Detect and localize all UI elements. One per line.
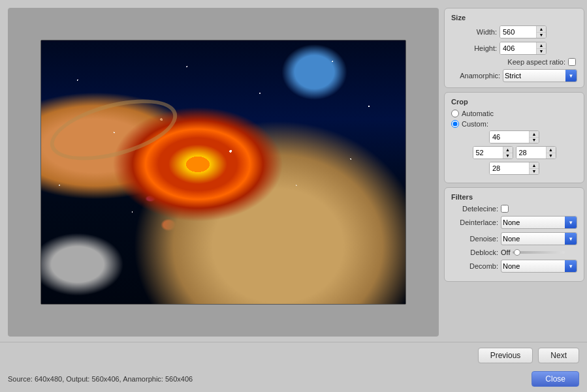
denoise-select[interactable]: None Weak Medium Strong — [501, 233, 565, 245]
crop-left-input[interactable] — [473, 147, 503, 158]
deinterlace-select-wrapper[interactable]: None Fast Slow Slower Bob ▼ — [501, 216, 577, 229]
image-panel — [8, 8, 439, 337]
deinterlace-row: Deinterlace: None Fast Slow Slower Bob ▼ — [451, 216, 577, 229]
crop-right-down-button[interactable]: ▼ — [547, 153, 556, 159]
crop-right-input-group[interactable]: ▲ ▼ — [516, 146, 556, 159]
anamorphic-select-arrow: ▼ — [565, 70, 577, 82]
aspect-label: Keep aspect ratio: — [507, 58, 565, 66]
anamorphic-select-wrapper[interactable]: Strict Loose Custom None ▼ — [503, 69, 577, 82]
filters-title: Filters — [451, 193, 577, 201]
height-label: Height: — [451, 44, 497, 52]
image-frame — [40, 40, 406, 305]
size-title: Size — [451, 14, 577, 22]
denoise-row: Denoise: None Weak Medium Strong ▼ — [451, 232, 577, 245]
crop-left-input-group[interactable]: ▲ ▼ — [473, 146, 513, 159]
deblock-off-label: Off — [501, 249, 510, 256]
close-button[interactable]: Close — [531, 371, 579, 387]
crop-bottom-row: ▲ ▼ — [451, 162, 577, 175]
height-row: Height: ▲ ▼ — [451, 42, 577, 55]
crop-bottom-input-group[interactable]: ▲ ▼ — [489, 162, 539, 175]
custom-radio-row: Custom: — [451, 120, 577, 128]
decomb-select-wrapper[interactable]: None Default Fast Bob ▼ — [501, 260, 577, 273]
crop-top-up-button[interactable]: ▲ — [530, 131, 539, 138]
denoise-select-wrapper[interactable]: None Weak Medium Strong ▼ — [501, 232, 577, 245]
size-section: Size Width: ▲ ▼ Height: — [444, 8, 584, 88]
crop-bottom-up-button[interactable]: ▲ — [530, 162, 539, 169]
detelecine-row: Detelecine: — [451, 205, 577, 213]
next-button[interactable]: Next — [538, 348, 579, 363]
preview-image — [41, 40, 405, 304]
nav-row: Previous Next — [0, 342, 587, 369]
crop-top-input[interactable] — [490, 131, 529, 143]
crop-bottom-spinners: ▲ ▼ — [529, 162, 539, 174]
crop-top-row: ▲ ▼ — [451, 130, 577, 143]
crop-left-down-button[interactable]: ▼ — [503, 153, 513, 159]
deinterlace-label: Deinterlace: — [451, 219, 498, 226]
decomb-arrow: ▼ — [565, 260, 577, 272]
content-row: Size Width: ▲ ▼ Height: — [0, 0, 587, 337]
height-spinners: ▲ ▼ — [536, 42, 546, 54]
width-input-group[interactable]: ▲ ▼ — [500, 25, 547, 38]
anamorphic-label: Anamorphic: — [451, 72, 500, 80]
automatic-label: Automatic — [462, 110, 494, 117]
height-down-button[interactable]: ▼ — [537, 49, 546, 55]
width-down-button[interactable]: ▼ — [537, 33, 546, 38]
height-input-group[interactable]: ▲ ▼ — [500, 42, 547, 55]
width-input[interactable] — [500, 26, 536, 38]
deinterlace-arrow: ▼ — [565, 217, 577, 228]
deblock-slider-group: Off — [501, 249, 565, 256]
crop-top-spinners: ▲ ▼ — [529, 131, 539, 143]
crop-bottom-down-button[interactable]: ▼ — [530, 169, 539, 175]
crop-bottom-input[interactable] — [490, 162, 529, 174]
anamorphic-row: Anamorphic: Strict Loose Custom None ▼ — [451, 69, 577, 82]
deblock-slider-thumb[interactable] — [514, 249, 520, 256]
denoise-label: Denoise: — [451, 235, 498, 243]
denoise-arrow: ▼ — [565, 233, 577, 245]
deblock-slider-track[interactable] — [513, 251, 565, 254]
crop-top-down-button[interactable]: ▼ — [530, 138, 539, 143]
main-container: Size Width: ▲ ▼ Height: — [0, 0, 587, 392]
status-bar: Source: 640x480, Output: 560x406, Anamor… — [0, 369, 587, 392]
detelecine-checkbox[interactable] — [501, 205, 509, 213]
deblock-label: Deblock: — [451, 249, 498, 256]
decomb-row: Decomb: None Default Fast Bob ▼ — [451, 260, 577, 273]
width-row: Width: ▲ ▼ — [451, 25, 577, 38]
aspect-ratio-row: Keep aspect ratio: — [451, 58, 577, 66]
deblock-row: Deblock: Off — [451, 249, 577, 256]
detelecine-label: Detelecine: — [451, 205, 498, 213]
decomb-label: Decomb: — [451, 262, 498, 270]
crop-right-input[interactable] — [516, 147, 546, 158]
height-up-button[interactable]: ▲ — [537, 42, 546, 49]
status-text: Source: 640x480, Output: 560x406, Anamor… — [8, 375, 193, 383]
anamorphic-select[interactable]: Strict Loose Custom None — [503, 70, 565, 82]
custom-radio[interactable] — [451, 120, 459, 128]
crop-right-up-button[interactable]: ▲ — [547, 147, 556, 153]
crop-section: Crop Automatic Custom: ▲ ▼ — [444, 92, 584, 183]
crop-right-spinners: ▲ ▼ — [546, 147, 556, 158]
controls-panel: Size Width: ▲ ▼ Height: — [444, 8, 584, 337]
crop-lr-row: ▲ ▼ ▲ ▼ — [451, 146, 577, 159]
crop-title: Crop — [451, 98, 577, 106]
crop-top-input-group[interactable]: ▲ ▼ — [489, 130, 539, 143]
aspect-ratio-checkbox[interactable] — [568, 58, 576, 66]
width-label: Width: — [451, 28, 497, 36]
width-spinners: ▲ ▼ — [536, 26, 546, 38]
filters-section: Filters Detelecine: Deinterlace: None Fa… — [444, 187, 584, 282]
height-input[interactable] — [500, 42, 536, 54]
automatic-radio-row: Automatic — [451, 110, 577, 117]
previous-button[interactable]: Previous — [478, 348, 533, 363]
automatic-radio[interactable] — [451, 110, 459, 117]
crop-left-spinners: ▲ ▼ — [503, 147, 513, 158]
crop-left-up-button[interactable]: ▲ — [503, 147, 513, 153]
custom-label: Custom: — [462, 120, 488, 128]
decomb-select[interactable]: None Default Fast Bob — [501, 260, 565, 272]
saturn-ring-decoration — [44, 87, 183, 172]
width-up-button[interactable]: ▲ — [537, 26, 546, 33]
deinterlace-select[interactable]: None Fast Slow Slower Bob — [501, 217, 565, 228]
